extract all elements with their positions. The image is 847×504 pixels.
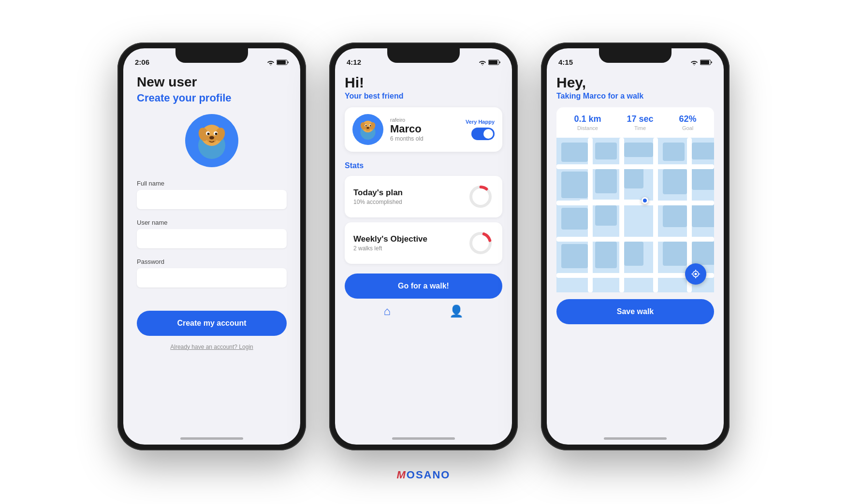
- svg-point-7: [209, 136, 214, 139]
- svg-point-22: [365, 125, 367, 126]
- phone1-heading1: New user: [137, 74, 287, 90]
- phone1-content: New user Create your profile: [123, 70, 300, 362]
- phone3-save-walk-btn[interactable]: Save walk: [556, 299, 714, 324]
- phone2-weekly-info: Weekly's Objective 2 walks left: [353, 234, 427, 252]
- phone2-best-friend: Your best friend: [345, 92, 502, 101]
- phone3-stat-time: 17 sec Time: [627, 114, 653, 131]
- phone1-wrapper: 2:06 New user Create your profile: [117, 43, 306, 450]
- phone3-notch: [599, 48, 672, 63]
- location-icon: [691, 269, 701, 279]
- phone3-walk-stats: 0.1 km Distance 17 sec Time 62% Goal: [556, 107, 714, 138]
- phones-container: 2:06 New user Create your profile: [117, 23, 730, 460]
- phone1-username-input[interactable]: [137, 229, 287, 248]
- phone2-dog-breed: rafeiro: [390, 117, 459, 123]
- phone1-fullname-group: Full name: [137, 180, 287, 217]
- phone1-fullname-input[interactable]: [137, 190, 287, 209]
- phone2-dog-name: Marco: [390, 123, 459, 135]
- phone1-notch: [175, 48, 248, 63]
- phone2-go-walk-btn[interactable]: Go for a walk!: [345, 274, 502, 299]
- phone2-bottom-nav: ⌂ 👤: [335, 299, 512, 332]
- phone3-distance-label: Distance: [574, 125, 601, 131]
- phone1-password-label: Password: [137, 258, 287, 265]
- phone3-greeting: Hey,: [556, 74, 714, 91]
- phone2-weekly-card: Weekly's Objective 2 walks left: [345, 222, 502, 264]
- brand-name: OSANO: [407, 469, 451, 481]
- phone3-time-value: 17 sec: [627, 114, 653, 124]
- phone3-map: [556, 138, 714, 292]
- phone2-weekly-title: Weekly's Objective: [353, 234, 427, 244]
- phone3-location-btn[interactable]: [685, 263, 706, 285]
- phone3-subtitle: Taking Marco for a walk: [556, 92, 714, 101]
- brand-m: M: [396, 469, 406, 481]
- phone1-time: 2:06: [135, 58, 149, 66]
- battery-icon3: [700, 59, 712, 65]
- phone2-today-card: Today's plan 10% accomplished: [345, 176, 502, 217]
- phone2-weekly-donut: [467, 230, 494, 256]
- phone3-wrapper: 4:15 Hey, Taking Marco for a walk 0.1 km…: [541, 43, 730, 450]
- phone2-mood-label: Very Happy: [466, 119, 495, 125]
- phone3-goal-value: 62%: [679, 114, 696, 124]
- phone3-time: 4:15: [558, 58, 573, 66]
- phone3-distance-value: 0.1 km: [574, 114, 601, 124]
- phone2-nav-home[interactable]: ⌂: [383, 304, 391, 318]
- svg-rect-1: [277, 60, 286, 64]
- svg-rect-13: [489, 60, 497, 64]
- phone3-screen: 4:15 Hey, Taking Marco for a walk 0.1 km…: [547, 48, 724, 445]
- phone2-dog-mood: Very Happy: [466, 119, 495, 140]
- phone3-time-label: Time: [627, 125, 653, 131]
- phone2-notch: [387, 48, 460, 63]
- phone2-screen: 4:12 Hi! Your best friend: [335, 48, 512, 445]
- phone2-mood-toggle[interactable]: [471, 128, 495, 140]
- brand-footer: MOSANO: [396, 469, 450, 481]
- phone2-dog-card: rafeiro Marco 6 months old Very Happy: [345, 107, 502, 152]
- phone2-nav-profile[interactable]: 👤: [449, 304, 464, 318]
- svg-point-30: [695, 273, 697, 275]
- phone2-status-icons: [479, 59, 500, 65]
- phone2-today-title: Today's plan: [353, 188, 403, 198]
- phone2-today-donut: [467, 184, 494, 210]
- phone2-today-sub: 10% accomplished: [353, 199, 403, 205]
- phone2-today-info: Today's plan 10% accomplished: [353, 188, 403, 205]
- phone1-screen: 2:06 New user Create your profile: [123, 48, 300, 445]
- phone2-dog-info: rafeiro Marco 6 months old: [390, 117, 459, 142]
- phone2-home-indicator: [392, 437, 455, 440]
- svg-point-11: [215, 132, 218, 135]
- wifi-icon: [267, 59, 275, 65]
- phone1-username-group: User name: [137, 219, 287, 256]
- phone1-status-icons: [267, 59, 289, 65]
- phone1-fullname-label: Full name: [137, 180, 287, 187]
- phone3-stat-goal: 62% Goal: [679, 114, 696, 131]
- wifi-icon2: [479, 59, 486, 65]
- phone2-greeting: Hi!: [345, 74, 502, 91]
- phone2-weekly-sub: 2 walks left: [353, 245, 427, 252]
- phone3-status-icons: [690, 59, 712, 65]
- dog-avatar-svg: [190, 119, 234, 162]
- battery-icon2: [488, 59, 500, 65]
- wifi-icon3: [690, 59, 698, 65]
- phone2-wrapper: 4:12 Hi! Your best friend: [329, 43, 518, 450]
- phone3-goal-label: Goal: [679, 125, 696, 131]
- dog-card-svg: [356, 117, 380, 142]
- phone2-dog-age: 6 months old: [390, 135, 459, 142]
- phone1-username-label: User name: [137, 219, 287, 226]
- phone1-password-input[interactable]: [137, 268, 287, 288]
- phone2-stats-label: Stats: [345, 161, 502, 170]
- phone1-password-group: Password: [137, 258, 287, 295]
- map-location-dot: [642, 197, 648, 204]
- battery-icon: [277, 59, 289, 65]
- phone1-avatar: [185, 114, 238, 167]
- phone3-content: Hey, Taking Marco for a walk 0.1 km Dist…: [547, 70, 724, 324]
- svg-point-23: [370, 125, 371, 126]
- phone2-time: 4:12: [347, 58, 361, 66]
- phone1-heading2: Create your profile: [137, 92, 287, 104]
- svg-point-10: [207, 132, 210, 135]
- phone2-dog-avatar: [352, 114, 383, 145]
- phone3-home-indicator: [604, 437, 667, 440]
- svg-point-19: [366, 127, 369, 129]
- phone2-content: Hi! Your best friend: [335, 70, 512, 299]
- svg-rect-29: [701, 60, 709, 64]
- phone1-home-indicator: [180, 437, 243, 440]
- phone3-stat-distance: 0.1 km Distance: [574, 114, 601, 131]
- phone1-login-link[interactable]: Already have an account? Login: [137, 344, 287, 350]
- phone1-create-btn[interactable]: Create my account: [137, 311, 287, 336]
